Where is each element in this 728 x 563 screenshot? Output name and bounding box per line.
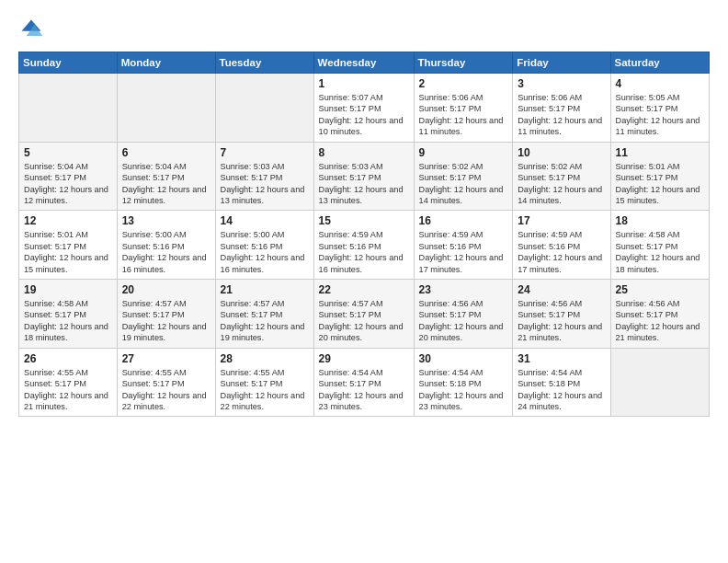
day-info-line: Sunrise: 4:55 AM bbox=[24, 367, 112, 378]
day-number: 16 bbox=[419, 214, 508, 227]
day-info-line: Sunset: 5:17 PM bbox=[122, 172, 210, 183]
day-number: 9 bbox=[419, 146, 508, 159]
day-number: 6 bbox=[122, 146, 210, 159]
day-number: 8 bbox=[319, 146, 409, 159]
day-info-line: Daylight: 12 hours and 21 minutes. bbox=[616, 321, 705, 344]
logo-icon bbox=[18, 17, 44, 42]
day-info-line: Sunrise: 5:07 AM bbox=[319, 92, 409, 103]
day-number: 22 bbox=[319, 283, 409, 296]
week-row-1: 1Sunrise: 5:07 AMSunset: 5:17 PMDaylight… bbox=[19, 74, 710, 143]
day-info-line: Sunrise: 5:06 AM bbox=[518, 92, 605, 103]
calendar-cell: 30Sunrise: 4:54 AMSunset: 5:18 PMDayligh… bbox=[414, 348, 513, 417]
day-info-line: Sunrise: 4:58 AM bbox=[24, 298, 112, 309]
day-info-line: Sunrise: 5:04 AM bbox=[122, 161, 210, 172]
week-row-4: 19Sunrise: 4:58 AMSunset: 5:17 PMDayligh… bbox=[19, 280, 710, 349]
day-info-line: Sunset: 5:16 PM bbox=[518, 241, 605, 252]
day-number: 15 bbox=[319, 214, 409, 227]
day-info-line: Sunrise: 4:57 AM bbox=[221, 298, 309, 309]
calendar-cell: 10Sunrise: 5:02 AMSunset: 5:17 PMDayligh… bbox=[513, 142, 610, 211]
weekday-header-saturday: Saturday bbox=[610, 52, 710, 74]
day-info-line: Daylight: 12 hours and 12 minutes. bbox=[122, 184, 210, 207]
day-info-line: Sunset: 5:17 PM bbox=[319, 309, 409, 320]
calendar-cell: 18Sunrise: 4:58 AMSunset: 5:17 PMDayligh… bbox=[610, 211, 710, 280]
day-number: 25 bbox=[616, 283, 705, 296]
weekday-header-sunday: Sunday bbox=[19, 52, 118, 74]
weekday-header-thursday: Thursday bbox=[414, 52, 513, 74]
day-info-line: Sunrise: 5:01 AM bbox=[616, 161, 705, 172]
day-info-line: Daylight: 12 hours and 24 minutes. bbox=[518, 390, 605, 413]
day-info-line: Sunrise: 5:06 AM bbox=[419, 92, 508, 103]
day-info-line: Sunset: 5:17 PM bbox=[24, 309, 112, 320]
day-info-line: Sunset: 5:17 PM bbox=[616, 103, 705, 114]
day-info-line: Daylight: 12 hours and 23 minutes. bbox=[319, 390, 409, 413]
calendar-cell: 29Sunrise: 4:54 AMSunset: 5:17 PMDayligh… bbox=[313, 348, 414, 417]
day-info-line: Sunset: 5:17 PM bbox=[616, 309, 705, 320]
day-number: 21 bbox=[221, 283, 309, 296]
calendar-cell: 28Sunrise: 4:55 AMSunset: 5:17 PMDayligh… bbox=[215, 348, 313, 417]
weekday-header-tuesday: Tuesday bbox=[215, 52, 313, 74]
day-number: 31 bbox=[518, 352, 605, 365]
week-row-2: 5Sunrise: 5:04 AMSunset: 5:17 PMDaylight… bbox=[19, 142, 710, 211]
day-info-line: Daylight: 12 hours and 21 minutes. bbox=[24, 390, 112, 413]
day-info-line: Sunrise: 5:01 AM bbox=[24, 229, 112, 240]
day-number: 7 bbox=[221, 146, 309, 159]
calendar-cell bbox=[215, 74, 313, 143]
calendar-cell: 4Sunrise: 5:05 AMSunset: 5:17 PMDaylight… bbox=[610, 74, 710, 143]
day-info-line: Sunset: 5:17 PM bbox=[122, 309, 210, 320]
day-info-line: Daylight: 12 hours and 20 minutes. bbox=[419, 321, 508, 344]
day-info-line: Daylight: 12 hours and 15 minutes. bbox=[616, 184, 705, 207]
day-number: 30 bbox=[419, 352, 508, 365]
calendar-cell: 14Sunrise: 5:00 AMSunset: 5:16 PMDayligh… bbox=[215, 211, 313, 280]
weekday-header-wednesday: Wednesday bbox=[313, 52, 414, 74]
day-info-line: Sunrise: 5:00 AM bbox=[221, 229, 309, 240]
calendar-cell: 20Sunrise: 4:57 AMSunset: 5:17 PMDayligh… bbox=[117, 280, 215, 349]
calendar-cell: 19Sunrise: 4:58 AMSunset: 5:17 PMDayligh… bbox=[19, 280, 118, 349]
calendar-cell: 27Sunrise: 4:55 AMSunset: 5:17 PMDayligh… bbox=[117, 348, 215, 417]
calendar-cell: 16Sunrise: 4:59 AMSunset: 5:16 PMDayligh… bbox=[414, 211, 513, 280]
calendar-cell: 17Sunrise: 4:59 AMSunset: 5:16 PMDayligh… bbox=[513, 211, 610, 280]
day-info-line: Sunset: 5:17 PM bbox=[419, 309, 508, 320]
day-info-line: Sunset: 5:16 PM bbox=[221, 241, 309, 252]
day-number: 4 bbox=[616, 77, 705, 90]
day-number: 26 bbox=[24, 352, 112, 365]
day-info-line: Sunset: 5:16 PM bbox=[319, 241, 409, 252]
calendar-cell: 13Sunrise: 5:00 AMSunset: 5:16 PMDayligh… bbox=[117, 211, 215, 280]
day-info-line: Daylight: 12 hours and 18 minutes. bbox=[616, 252, 705, 275]
day-info-line: Sunset: 5:17 PM bbox=[518, 103, 605, 114]
day-info-line: Daylight: 12 hours and 13 minutes. bbox=[319, 184, 409, 207]
day-info-line: Daylight: 12 hours and 23 minutes. bbox=[419, 390, 508, 413]
calendar-cell: 2Sunrise: 5:06 AMSunset: 5:17 PMDaylight… bbox=[414, 74, 513, 143]
calendar-cell: 9Sunrise: 5:02 AMSunset: 5:17 PMDaylight… bbox=[414, 142, 513, 211]
day-info-line: Sunset: 5:17 PM bbox=[518, 309, 605, 320]
calendar-cell: 6Sunrise: 5:04 AMSunset: 5:17 PMDaylight… bbox=[117, 142, 215, 211]
day-info-line: Sunrise: 5:05 AM bbox=[616, 92, 705, 103]
day-info-line: Sunrise: 4:54 AM bbox=[518, 367, 605, 378]
day-info-line: Sunset: 5:17 PM bbox=[24, 241, 112, 252]
day-info-line: Sunrise: 5:02 AM bbox=[419, 161, 508, 172]
calendar-cell bbox=[117, 74, 215, 143]
day-info-line: Sunrise: 4:58 AM bbox=[616, 229, 705, 240]
calendar-cell: 23Sunrise: 4:56 AMSunset: 5:17 PMDayligh… bbox=[414, 280, 513, 349]
day-number: 18 bbox=[616, 214, 705, 227]
day-info-line: Daylight: 12 hours and 14 minutes. bbox=[518, 184, 605, 207]
day-info-line: Sunset: 5:17 PM bbox=[616, 172, 705, 183]
day-number: 28 bbox=[221, 352, 309, 365]
day-info-line: Sunset: 5:17 PM bbox=[122, 378, 210, 389]
day-info-line: Sunset: 5:17 PM bbox=[616, 241, 705, 252]
day-info-line: Daylight: 12 hours and 18 minutes. bbox=[24, 321, 112, 344]
day-info-line: Sunset: 5:17 PM bbox=[419, 172, 508, 183]
day-number: 5 bbox=[24, 146, 112, 159]
day-info-line: Daylight: 12 hours and 16 minutes. bbox=[221, 252, 309, 275]
calendar-cell: 25Sunrise: 4:56 AMSunset: 5:17 PMDayligh… bbox=[610, 280, 710, 349]
weekday-header-row: SundayMondayTuesdayWednesdayThursdayFrid… bbox=[19, 52, 710, 74]
day-number: 20 bbox=[122, 283, 210, 296]
day-info-line: Sunrise: 4:54 AM bbox=[319, 367, 409, 378]
calendar-cell: 21Sunrise: 4:57 AMSunset: 5:17 PMDayligh… bbox=[215, 280, 313, 349]
calendar-cell: 3Sunrise: 5:06 AMSunset: 5:17 PMDaylight… bbox=[513, 74, 610, 143]
day-info-line: Daylight: 12 hours and 10 minutes. bbox=[319, 115, 409, 138]
day-info-line: Sunrise: 4:55 AM bbox=[122, 367, 210, 378]
day-info-line: Sunrise: 5:04 AM bbox=[24, 161, 112, 172]
day-info-line: Sunset: 5:17 PM bbox=[518, 172, 605, 183]
day-info-line: Daylight: 12 hours and 11 minutes. bbox=[419, 115, 508, 138]
day-number: 17 bbox=[518, 214, 605, 227]
